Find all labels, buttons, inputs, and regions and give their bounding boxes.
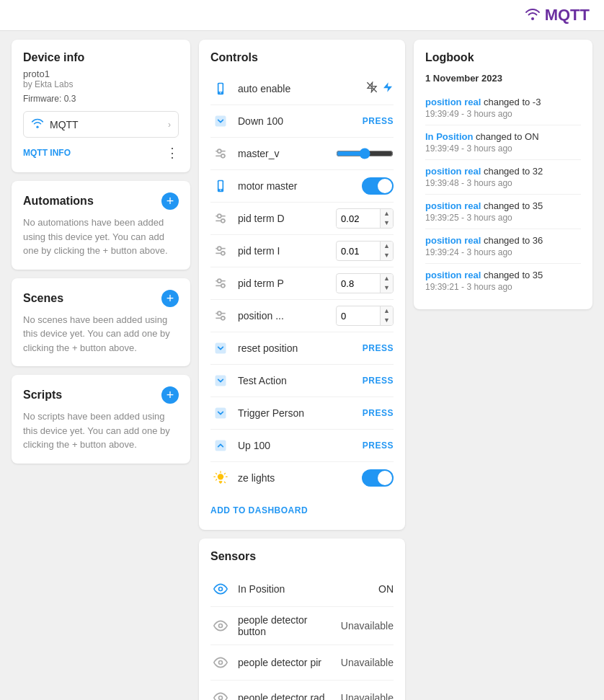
controls-card: Controls auto enable — [199, 40, 405, 530]
action-icon-reset-position — [210, 338, 231, 358]
position-up[interactable]: ▲ — [381, 306, 393, 316]
pid-p-down[interactable]: ▼ — [381, 283, 393, 293]
slider-icon-position — [210, 306, 231, 326]
sensor-row-people-detector-pir: people detector pir Unavailable — [210, 645, 394, 681]
sensors-title: Sensors — [210, 550, 394, 563]
control-row-pid-p: pid term P ▲ ▼ — [210, 267, 394, 300]
svg-point-9 — [218, 149, 221, 153]
log-time-5: 19:39:24 - 3 hours ago — [425, 247, 581, 257]
pid-d-up[interactable]: ▲ — [381, 209, 393, 218]
svg-rect-31 — [216, 376, 226, 386]
pid-i-down[interactable]: ▼ — [381, 251, 393, 260]
flash-icon[interactable] — [382, 81, 394, 96]
eye-icon-in-position — [210, 579, 231, 599]
left-column: Device info proto1 by Ekta Labs Firmware… — [12, 40, 190, 700]
no-flash-icon[interactable] — [366, 81, 378, 96]
svg-point-25 — [221, 284, 225, 288]
svg-point-13 — [220, 190, 221, 191]
action-icon-up-100 — [210, 435, 231, 456]
press-button-test-action[interactable]: PRESS — [363, 376, 394, 386]
master-v-slider[interactable] — [336, 148, 394, 159]
light-icon-ze-lights — [210, 468, 231, 488]
pid-i-input-wrap: ▲ ▼ — [336, 241, 394, 261]
scripts-title: Scripts — [23, 389, 62, 402]
more-options-button[interactable]: ⋮ — [166, 145, 179, 161]
pid-p-up[interactable]: ▲ — [381, 274, 393, 283]
pid-i-up[interactable]: ▲ — [381, 242, 393, 251]
press-button-up-100[interactable]: PRESS — [363, 440, 394, 451]
slider-icon-pid-i — [210, 241, 231, 261]
eye-icon-people-detector-button — [210, 616, 231, 636]
add-scene-button[interactable]: + — [161, 290, 179, 307]
control-label-pid-d: pid term D — [238, 213, 329, 224]
press-button-down-100[interactable]: PRESS — [363, 116, 394, 126]
control-row-pid-i: pid term I ▲ ▼ — [210, 235, 394, 267]
mqtt-wifi-icon — [525, 7, 541, 23]
control-label-master-v: master_v — [238, 148, 329, 159]
log-text-3: position real changed to 32 — [425, 166, 581, 177]
svg-point-36 — [219, 624, 223, 628]
slider-icon-pid-p — [210, 273, 231, 293]
pid-p-input[interactable] — [337, 275, 380, 292]
slider-icon-master-v — [210, 143, 231, 164]
controls-add-dashboard-button[interactable]: ADD TO DASHBOARD — [210, 502, 308, 518]
control-row-motor-master: motor master — [210, 170, 394, 203]
svg-point-17 — [221, 219, 225, 223]
control-row-position: position ... ▲ ▼ — [210, 300, 394, 332]
control-row-trigger-person: Trigger Person PRESS — [210, 397, 394, 430]
mqtt-row: MQTT › — [23, 111, 179, 138]
sensor-label-people-detector-button: people detector button — [238, 614, 334, 637]
pid-i-input[interactable] — [337, 243, 380, 260]
right-column: Logbook 1 November 2023 position real ch… — [414, 40, 592, 700]
log-text-2: In Position changed to ON — [425, 131, 581, 142]
scripts-empty-text: No scripts have been added using this de… — [23, 409, 179, 452]
sensor-label-in-position: In Position — [238, 583, 371, 595]
sensor-label-people-detector-pir: people detector pir — [238, 657, 334, 668]
log-entry-3: position real changed to 32 19:39:48 - 3… — [425, 160, 581, 195]
log-text-6: position real changed to 35 — [425, 270, 581, 280]
automations-card: Automations + No automations have been a… — [12, 181, 190, 270]
control-label-test-action: Test Action — [238, 375, 355, 386]
svg-rect-32 — [216, 408, 226, 419]
sensor-value-people-detector-rad: Unavailable — [341, 692, 394, 700]
action-icon-test-action — [210, 371, 231, 391]
scripts-card: Scripts + No scripts have been added usi… — [12, 375, 190, 464]
svg-point-24 — [218, 279, 221, 283]
press-button-trigger-person[interactable]: PRESS — [363, 408, 394, 418]
press-button-reset-position[interactable]: PRESS — [363, 343, 394, 353]
control-label-motor-master: motor master — [238, 180, 355, 192]
log-text-4: position real changed to 35 — [425, 200, 581, 211]
phone-icon-auto-enable — [210, 79, 231, 99]
sensor-label-people-detector-rad: people detector rad — [238, 692, 334, 700]
svg-rect-30 — [216, 343, 226, 354]
svg-point-10 — [221, 154, 225, 158]
motor-master-toggle[interactable] — [362, 177, 394, 195]
control-label-down-100: Down 100 — [238, 115, 355, 127]
log-time-4: 19:39:25 - 3 hours ago — [425, 213, 581, 223]
chevron-right-icon: › — [168, 120, 171, 130]
position-input[interactable] — [337, 308, 380, 324]
position-down[interactable]: ▼ — [381, 316, 393, 325]
device-by: by Ekta Labs — [23, 79, 179, 89]
device-name: proto1 — [23, 68, 179, 79]
logbook-card: Logbook 1 November 2023 position real ch… — [414, 40, 592, 309]
svg-point-35 — [219, 588, 223, 591]
control-row-down-100: Down 100 PRESS — [210, 105, 394, 138]
pid-d-down[interactable]: ▼ — [381, 218, 393, 228]
log-time-2: 19:39:49 - 3 hours ago — [425, 143, 581, 154]
sensor-value-people-detector-pir: Unavailable — [341, 657, 394, 668]
log-entry-5: position real changed to 36 19:39:24 - 3… — [425, 229, 581, 264]
svg-point-2 — [220, 92, 221, 94]
mqtt-info-button[interactable]: MQTT INFO — [23, 148, 71, 158]
control-label-position: position ... — [238, 310, 329, 322]
svg-point-38 — [219, 696, 223, 700]
phone-icon-motor-master — [210, 176, 231, 196]
control-label-pid-p: pid term P — [238, 278, 329, 289]
add-script-button[interactable]: + — [161, 386, 179, 404]
pid-p-input-wrap: ▲ ▼ — [336, 273, 394, 293]
pid-d-input-wrap: ▲ ▼ — [336, 208, 394, 229]
add-automation-button[interactable]: + — [161, 192, 179, 210]
pid-d-input[interactable] — [337, 211, 380, 227]
device-info-title: Device info — [23, 51, 179, 64]
ze-lights-toggle[interactable] — [362, 469, 394, 487]
